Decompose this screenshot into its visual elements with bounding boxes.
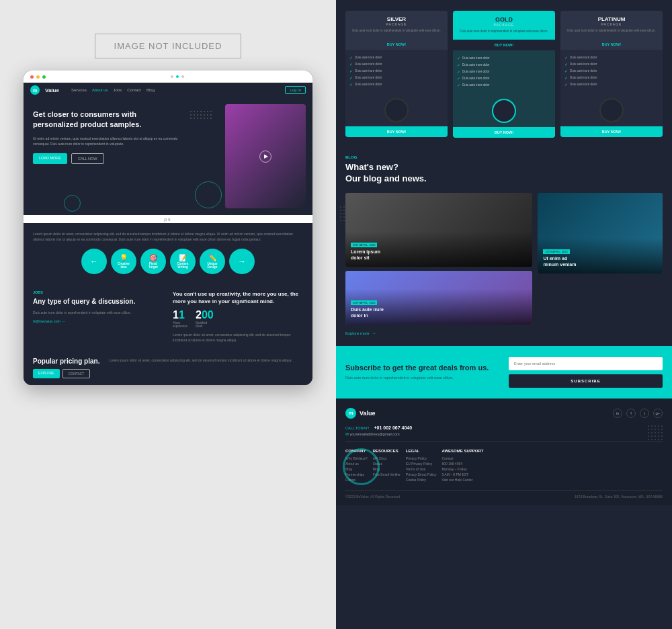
social-facebook[interactable]: f [626, 409, 636, 418]
subscribe-section: Subscribe to get the great deals from us… [336, 346, 672, 399]
subscribe-button[interactable]: SUBSCRIBE [509, 374, 663, 388]
url-dot-active [176, 75, 179, 78]
blog-section: BLOG What's new?Our blog and news. 16TH … [336, 144, 672, 346]
packages-row: SILVER PACKAGE Duis aute irure dolor in … [345, 11, 663, 138]
nav-link-blog: Blog [146, 88, 155, 92]
platinum-buy-button[interactable]: BUY NOW! [560, 39, 663, 50]
jobs-section: JOBS Any type of query & discussion. Dui… [24, 282, 312, 351]
feature-item: ✓Duis aute irure dolor [564, 55, 659, 60]
load-more-button[interactable]: LOAD MORE [33, 153, 67, 164]
nav-login-button[interactable]: Log In [285, 86, 306, 94]
footer-brand: Value [360, 410, 376, 417]
dot-yellow [36, 75, 40, 79]
jobs-quote: You can't use up creativity, the more yo… [173, 290, 303, 305]
feature-item: ✓Duis aute irure dolor [457, 76, 551, 81]
nav-link-contact: Contact [127, 88, 141, 92]
feature-writing: 📝 Content Writing [170, 249, 196, 274]
blog-post-color2: 12TH APRIL, 2024 Ut enim adminum veniam [538, 193, 663, 274]
packages-section: SILVER PACKAGE Duis aute irure dolor in … [336, 0, 672, 144]
gold-circle-area [453, 95, 555, 127]
footer-bottom: ©2023 BeValue. All Rights Reserved. 1623… [345, 490, 663, 499]
laptop-brand: pk [164, 217, 171, 222]
platinum-features: ✓Duis aute irure dolor ✓Duis aute irure … [560, 50, 663, 94]
hero-subtitle: Ut enim ad minim veniam, quis nostrud ex… [33, 136, 181, 146]
feature-item: ✓Duis aute irure dolor [564, 75, 659, 80]
footer-col-legal: LEGAL Privacy Policy EU Privacy Policy T… [406, 449, 437, 483]
blog-overlay-2: 24TH APRIL, 2023 Duis aute iruredolor in [345, 289, 532, 324]
silver-buy-bottom-button[interactable]: BUY NOW! [345, 126, 448, 137]
feature-item: ✓Duis aute irure dolor [457, 69, 551, 74]
jobs-tag: JOBS [33, 290, 163, 294]
platinum-header: PLATINUM PACKAGE Duis aute irure dolor i… [560, 11, 663, 39]
contact-button[interactable]: CONTACT [62, 369, 91, 378]
features-prev-button[interactable]: ← [81, 249, 107, 274]
feature-item: ✓Duis aute irure dolor [564, 69, 659, 73]
stat-clients: 200 Satisfiedclient [196, 309, 214, 328]
feature-item: ✓Duis aute irure dolor [349, 82, 444, 87]
nav-link-services: Services [71, 88, 87, 92]
explore-button[interactable]: EXPLORE [33, 369, 60, 378]
features-circles: ← 💡 Creative Idea 🎯 Fixed Target 📝 Conte… [33, 249, 303, 274]
features-next-button[interactable]: → [229, 249, 255, 274]
footer-section: m Value in f t g+ CALL TODAY! +01 002 06… [336, 399, 672, 505]
feature-creative: 💡 Creative Idea [111, 249, 136, 274]
social-linkedin[interactable]: in [613, 409, 622, 418]
silver-buy-button[interactable]: BUY NOW! [345, 39, 448, 50]
pricing-section: Popular pricing plan. EXPLORE CONTACT Lo… [24, 351, 312, 385]
silver-price-circle [384, 98, 409, 122]
blog-right: 12TH APRIL, 2024 Ut enim adminum veniam [538, 193, 663, 325]
pricing-left: Popular pricing plan. EXPLORE CONTACT [33, 358, 99, 378]
gold-price-circle [492, 99, 516, 123]
jobs-title: Any type of query & discussion. [33, 297, 163, 306]
feature-item: ✓Duis aute irure dolor [349, 55, 444, 60]
nav-link-jobs: Jobs [114, 88, 122, 92]
silver-features: ✓Duis aute irure dolor ✓Duis aute irure … [345, 50, 448, 94]
platinum-price-circle [599, 98, 624, 122]
nav-logo: m [30, 85, 40, 95]
hero-text-block: Get closer to consumers with personalize… [33, 110, 181, 164]
social-twitter[interactable]: t [640, 409, 649, 418]
footer-social: in f t g+ [613, 409, 663, 418]
gold-buy-bottom-button[interactable]: BUY NOW! [453, 127, 555, 138]
jobs-right: You can't use up creativity, the more yo… [173, 290, 303, 343]
blog-overlay-1: 16TH APRIL, 2023 Lorem ipsumdolor sit [345, 231, 532, 266]
nav-brand: Value [45, 87, 59, 93]
email-input[interactable] [509, 357, 663, 370]
mockup-laptop-bar: pk [24, 215, 312, 223]
right-panel: SILVER PACKAGE Duis aute irure dolor in … [336, 0, 672, 629]
gold-buy-button[interactable]: BUY NOW! [453, 40, 555, 50]
play-icon: ▶ [264, 153, 268, 159]
dot-green [42, 75, 46, 79]
silver-header: SILVER PACKAGE Duis aute irure dolor in … [345, 11, 448, 39]
silver-circle-area [345, 94, 448, 126]
subscribe-desc: Duis aute irure dolor in reprehenderit i… [345, 375, 499, 381]
features-text: Lorem ipsum dolor sit amet, consectetur … [33, 231, 303, 242]
explore-more-link[interactable]: Explore more → [345, 331, 663, 335]
play-button[interactable]: ▶ [259, 151, 271, 163]
feature-item: ✓Duis aute irure dolor [349, 75, 444, 80]
feature-item: ✓Duis aute irure dolor [349, 62, 444, 67]
footer-contact: CALL TODAY! +01 002 067 4040 ✉ youremail… [345, 425, 663, 442]
footer-email: youremailaddress@gmail.com [350, 432, 400, 436]
footer-logo: m [345, 408, 356, 419]
feature-item: ✓Duis aute irure dolor [457, 62, 551, 67]
nav-links: Services About us Jobs Contact Blog [71, 88, 155, 92]
mockup-hero: Get closer to consumers with personalize… [24, 97, 312, 215]
left-panel: IMAGE NOT INCLUDED m Value Services Abou… [0, 0, 336, 629]
subscribe-right: SUBSCRIBE [509, 357, 663, 388]
feature-item: ✓Duis aute irure dolor [457, 83, 551, 87]
footer-copyright: ©2023 BeValue. All Rights Reserved. [345, 495, 401, 499]
features-section: Lorem ipsum dolor sit amet, consectetur … [24, 223, 312, 282]
feature-target: 🎯 Fixed Target [140, 249, 166, 274]
package-silver: SILVER PACKAGE Duis aute irure dolor in … [345, 11, 448, 137]
call-now-button[interactable]: CALL NOW [71, 153, 104, 164]
url-dot [181, 75, 184, 78]
blog-post-bw: 16TH APRIL, 2023 Lorem ipsumdolor sit [345, 193, 532, 267]
jobs-link[interactable]: hi@bevalue.com → [33, 319, 163, 323]
platinum-buy-bottom-button[interactable]: BUY NOW! [560, 126, 663, 137]
feature-item: ✓Duis aute irure dolor [457, 56, 551, 60]
stat-years: 11 Yearsexperience [173, 309, 187, 328]
footer-top: m Value in f t g+ [345, 408, 663, 419]
social-google[interactable]: g+ [653, 409, 663, 418]
mockup-top-bar [24, 71, 312, 83]
